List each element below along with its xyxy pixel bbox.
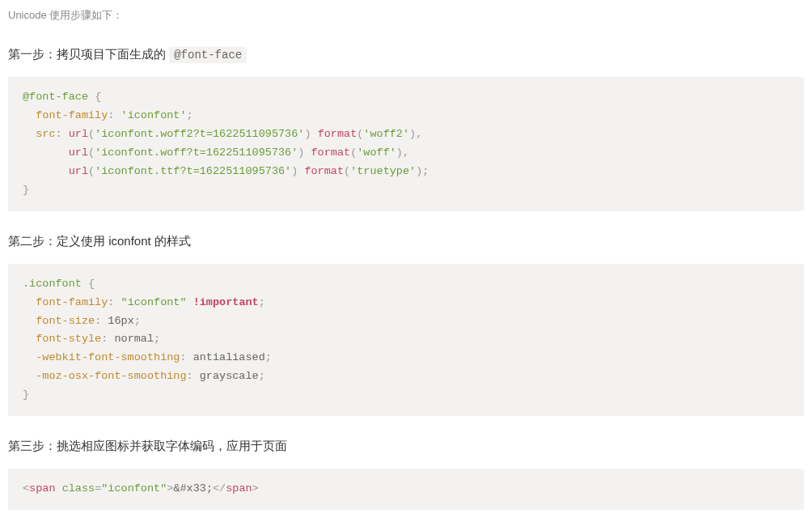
step2-code-block: .iconfont { font-family: "iconfont" !imp…: [8, 264, 804, 417]
inline-code-fontface: @font-face: [169, 47, 247, 63]
step3-heading: 第三步：挑选相应图标并获取字体编码，应用于页面: [8, 439, 804, 454]
step1-prefix: 第一步：拷贝项目下面生成的: [8, 47, 169, 61]
step2-heading: 第二步：定义使用 iconfont 的样式: [8, 234, 804, 249]
step1-code-block: @font-face { font-family: 'iconfont'; sr…: [8, 77, 804, 211]
step1-heading: 第一步：拷贝项目下面生成的 @font-face: [8, 47, 804, 62]
intro-text: Unicode 使用步骤如下：: [8, 8, 804, 23]
step3-code-block: <span class="iconfont">&#x33;</span>: [8, 469, 804, 510]
